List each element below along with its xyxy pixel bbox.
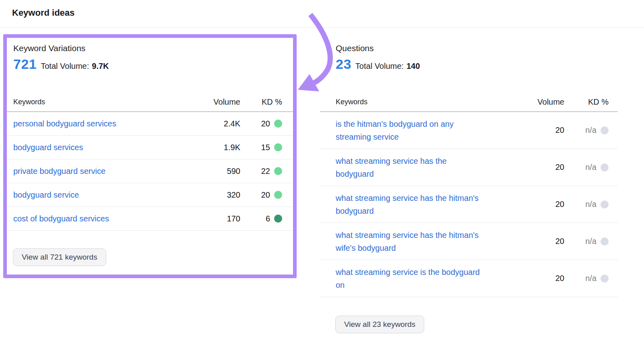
keyword-link[interactable]: is the hitman's bodyguard on anystreamin… [336,118,520,143]
keyword-link[interactable]: bodyguard service [13,188,196,201]
kd-value: 15 [261,143,270,152]
table-row: personal bodyguard services 2.4K 20 [7,112,293,136]
table-row: cost of bodyguard services 170 6 [7,207,293,231]
kd-value: n/a [585,163,597,172]
volume-value: 2.4K [196,119,240,128]
volume-value: 20 [520,126,564,135]
keyword-link[interactable]: what streaming service has thebodyguard [336,155,520,180]
column-header-volume: Volume [520,97,564,107]
keyword-link[interactable]: what streaming service is the bodyguardo… [336,266,520,291]
total-volume-label: Total Volume: [355,62,404,71]
keyword-text-line: streaming service [336,130,520,143]
questions-table: Keywords Volume KD % is the hitman's bod… [320,93,618,297]
keyword-link[interactable]: what streaming service has the hitman'sb… [336,192,520,217]
column-header-kd: KD % [240,97,282,107]
kd-cell: n/a [564,237,609,246]
kd-cell: n/a [564,126,609,135]
kd-cell: 20 [240,119,282,128]
kd-difficulty-dot [274,143,282,151]
table-row: bodyguard service 320 20 [7,183,293,207]
table-row: what streaming service has the hitman'sw… [320,223,618,260]
kd-difficulty-dot [274,191,282,199]
keyword-text-line: bodyguard [336,167,520,180]
volume-value: 20 [520,200,564,209]
keyword-text-line: what streaming service is the bodyguard [336,266,520,279]
keyword-text-line: wife's bodyguard [336,242,520,254]
volume-value: 590 [196,167,240,176]
column-header-kd: KD % [564,97,609,107]
kd-cell: 6 [240,214,282,223]
kd-value: 22 [261,167,270,176]
table-row: is the hitman's bodyguard on anystreamin… [320,112,618,149]
kd-value: n/a [585,200,597,209]
view-all-keywords-button[interactable]: View all 23 keywords [335,316,424,333]
total-volume-value: 9.7K [92,62,109,71]
column-header-keywords: Keywords [13,98,196,106]
table-row: private bodyguard service 590 22 [7,159,293,183]
kd-cell: 20 [240,190,282,200]
keyword-text-line: what streaming service has the [336,155,520,167]
keyword-link[interactable]: bodyguard services [13,141,196,154]
volume-value: 170 [196,214,240,223]
table-row: bodyguard services 1.9K 15 [7,136,293,159]
kd-difficulty-dot [601,200,609,209]
keyword-link[interactable]: private bodyguard service [13,165,196,178]
kd-difficulty-dot [274,167,282,175]
table-row: what streaming service is the bodyguardo… [320,260,618,297]
total-volume-value: 140 [407,62,420,71]
kd-difficulty-dot [601,238,609,246]
annotation-highlight-box: Keyword Variations 721 Total Volume: 9.7… [3,34,297,278]
keyword-link[interactable]: what streaming service has the hitman'sw… [336,229,520,254]
questions-panel: Questions 23 Total Volume: 140 Keywords … [320,34,618,340]
page-header: Keyword ideas [0,0,644,28]
kd-cell: n/a [564,163,609,172]
keyword-link[interactable]: cost of bodyguard services [13,212,196,225]
keyword-link[interactable]: personal bodyguard services [13,117,196,130]
volume-value: 1.9K [196,143,240,152]
keyword-text-line: bodyguard [336,204,520,217]
kd-value: n/a [585,126,597,135]
volume-value: 20 [520,274,564,283]
keyword-ideas-page: Keyword ideas Keyword Variations 721 Tot… [0,0,644,347]
kd-value: 6 [266,214,270,223]
keyword-text-line: what streaming service has the hitman's [336,229,520,242]
view-all-keywords-button[interactable]: View all 721 keywords [13,248,106,266]
kd-cell: 15 [240,143,282,152]
column-header-keywords: Keywords [336,98,520,106]
volume-value: 20 [520,163,564,172]
kd-difficulty-dot [274,120,282,128]
kd-difficulty-dot [601,163,609,171]
table-header-row: Keywords Volume KD % [320,93,618,112]
keyword-text-line: is the hitman's bodyguard on any [336,118,520,130]
keyword-count: 721 [13,56,37,72]
volume-value: 320 [196,190,240,200]
keyword-variations-table: Keywords Volume KD % personal bodyguard … [7,93,293,231]
kd-value: 20 [261,119,270,128]
kd-cell: 22 [240,167,282,176]
table-row: what streaming service has thebodyguard … [320,149,618,186]
kd-difficulty-dot [274,215,282,223]
kd-difficulty-dot [601,275,609,283]
column-header-volume: Volume [196,97,240,107]
keyword-variations-panel: Keyword Variations 721 Total Volume: 9.7… [7,38,293,275]
section-stats: 721 Total Volume: 9.7K [13,56,109,72]
kd-value: 20 [261,190,270,200]
kd-difficulty-dot [601,126,609,134]
total-volume-label: Total Volume: [41,62,89,71]
keyword-text-line: what streaming service has the hitman's [336,192,520,204]
table-header-row: Keywords Volume KD % [7,93,293,112]
keyword-text-line: on [336,279,520,291]
kd-value: n/a [585,274,597,283]
kd-cell: n/a [564,274,609,283]
section-title: Questions [336,43,374,53]
table-row: what streaming service has the hitman'sb… [320,186,618,223]
page-title: Keyword ideas [12,8,74,18]
section-title: Keyword Variations [13,43,85,53]
section-stats: 23 Total Volume: 140 [336,56,420,72]
volume-value: 20 [520,237,564,246]
kd-value: n/a [585,237,597,246]
kd-cell: n/a [564,200,609,209]
keyword-count: 23 [336,56,351,72]
